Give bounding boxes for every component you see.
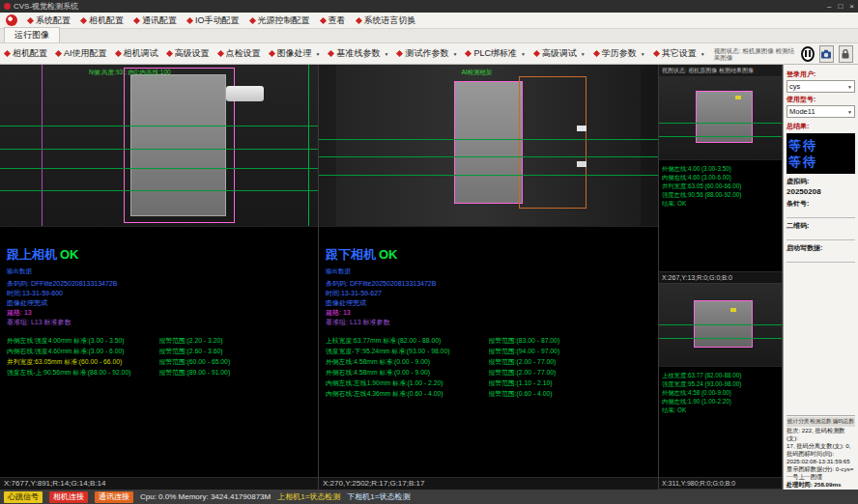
thumbnail-text-upper: 外侧左线:4.00 (3.00-3.50) 内侧右线:4.60 (3.00-6.… bbox=[659, 160, 782, 271]
toolbar-camera-debug[interactable]: 相机调试 bbox=[116, 47, 158, 60]
toolbar-plc-standard[interactable]: PLC绑标准▼ bbox=[466, 47, 525, 60]
measurement-value: 强度宽度-下:95.24mm 标准:(93.00 - 98.00) bbox=[326, 346, 489, 356]
status-bar: 心跳信号 相机连接 通讯连接 Cpu: 0.0% Memory: 3424.41… bbox=[0, 490, 858, 504]
tab-run-image[interactable]: 运行图像 bbox=[4, 27, 60, 42]
menu-label: 通讯配置 bbox=[142, 14, 177, 27]
comm-connection-badge: 通讯连接 bbox=[95, 491, 133, 503]
diamond-icon bbox=[133, 16, 140, 23]
chevron-down-icon: ▼ bbox=[847, 84, 852, 90]
measurement-row: 上枝宽度:63.77mm 标准:(82.00 - 88.00)报警范围:(83.… bbox=[326, 335, 651, 346]
menu-item-camera-config[interactable]: 相机配置 bbox=[81, 14, 124, 27]
thumb-line: 内侧右线:4.60 (3.00-6.00) bbox=[662, 173, 779, 182]
green-guideline bbox=[319, 139, 658, 140]
login-user-select[interactable]: cys▼ bbox=[786, 80, 855, 93]
toolbar-advanced-settings[interactable]: 高级设置 bbox=[167, 47, 210, 60]
menu-label: IO手动配置 bbox=[195, 14, 240, 27]
stats-section: 统计分类 检测总数 编码总数 批次: 222, 批码检测数(支): 17, 批码… bbox=[786, 415, 855, 489]
menu-item-io-manual-config[interactable]: IO手动配置 bbox=[187, 14, 240, 27]
diamond-icon bbox=[653, 50, 660, 57]
chevron-down-icon: ▼ bbox=[452, 51, 457, 57]
diamond-icon bbox=[114, 50, 121, 57]
thumbnail-image-lower[interactable] bbox=[659, 284, 782, 367]
pause-icon bbox=[809, 50, 811, 57]
camera-image-upper[interactable]: N侧:高度:93 ; 内0:内高线:100 bbox=[0, 65, 318, 227]
green-guideline-vertical bbox=[308, 65, 309, 226]
titlebar: CVS-视觉检测系统 – □ × bbox=[0, 0, 858, 13]
close-button[interactable]: × bbox=[849, 1, 854, 12]
measurement-value: 上枝宽度:63.77mm 标准:(82.00 - 88.00) bbox=[326, 335, 489, 346]
toolbar-ai-config[interactable]: AI使用配置 bbox=[56, 47, 107, 60]
measurement-value: 外侧左线:强度4.00mm 标准:(3.00 - 3.50) bbox=[7, 335, 159, 346]
model-select[interactable]: Mode11▼ bbox=[786, 105, 855, 118]
pause-button[interactable] bbox=[801, 46, 815, 62]
chevron-down-icon: ▼ bbox=[847, 109, 852, 115]
virtual-code-label: 虚拟码: bbox=[786, 177, 855, 186]
camera-snapshot-button[interactable] bbox=[819, 45, 834, 63]
stats-header-col: 检测总数 bbox=[810, 418, 831, 426]
alarm-range: 报警范围:(2.00 - 77.00) bbox=[489, 367, 557, 378]
total-result-display: 等待 等待 bbox=[786, 133, 855, 174]
needle-number-field[interactable] bbox=[786, 210, 855, 218]
measurement-row: 并列宽度:63.05mm 标准:(60.00 - 66.00)报警范围:(60.… bbox=[7, 356, 311, 367]
toolbar-label: 相机配置 bbox=[13, 47, 47, 60]
output-data-label: 输出数据 bbox=[7, 267, 311, 276]
toolbar-history-params[interactable]: 学历参数▼ bbox=[594, 47, 645, 60]
camera-view-upper[interactable]: N侧:高度:93 ; 内0:内高线:100 跟上相机OK 输出数据 条码码: D… bbox=[0, 65, 319, 490]
thumbnail-image-upper[interactable] bbox=[659, 77, 782, 160]
measurement-row: 内侧右线:强度4.60mm 标准:(3.00 - 6.00)报警范围:(2.60… bbox=[7, 346, 311, 356]
diamond-icon bbox=[593, 50, 600, 57]
toolbar-image-processing[interactable]: 图像处理▼ bbox=[270, 47, 321, 60]
toolbar-other-settings[interactable]: 其它设置▼ bbox=[654, 47, 705, 60]
toolbar-test-params[interactable]: 测试作参数▼ bbox=[397, 47, 457, 60]
alarm-range: 报警范围:(89.00 - 91.00) bbox=[159, 367, 231, 378]
menu-label: 系统配置 bbox=[36, 14, 71, 27]
pause-icon bbox=[805, 50, 807, 57]
alarm-range: 报警范围:(94.00 - 97.00) bbox=[489, 346, 560, 356]
diamond-icon bbox=[216, 50, 223, 57]
toolbar-spot-check[interactable]: 点检设置 bbox=[218, 47, 261, 60]
info-panel: 登录用户: cys▼ 使用型号: Mode11▼ 总结果: 等待 等待 虚拟码:… bbox=[783, 65, 858, 490]
diamond-icon bbox=[533, 50, 540, 57]
menu-item-light-control-config[interactable]: 光源控制配置 bbox=[250, 14, 310, 27]
toolbar-label: 其它设置 bbox=[662, 47, 697, 60]
stats-line: 处理时间: 258.09ms bbox=[786, 481, 855, 489]
lower-camera-status: 下相机1=状态检测 bbox=[347, 491, 410, 502]
menu-item-system-config[interactable]: 系统配置 bbox=[28, 14, 71, 27]
thumbnail-upper[interactable]: 外侧左线:4.00 (3.00-3.50) 内侧右线:4.60 (3.00-6.… bbox=[659, 77, 782, 284]
qr-code-field[interactable] bbox=[786, 232, 855, 240]
alarm-range: 报警范围:(2.60 - 3.60) bbox=[159, 346, 223, 356]
alarm-range: 报警范围:(2.00 - 77.00) bbox=[489, 356, 557, 367]
green-guideline bbox=[659, 123, 782, 124]
green-guideline bbox=[659, 324, 782, 325]
thumbnail-header: 视图状态: 相机原图像 检测结果图像 bbox=[659, 65, 782, 77]
measurement-row: 外侧左线:4.58mm 标准:(0.00 - 9.00)报警范围:(2.00 -… bbox=[326, 356, 651, 367]
measurement-row: 强度宽度-下:95.24mm 标准:(93.00 - 98.00)报警范围:(9… bbox=[326, 346, 651, 356]
thumb-line: 结果: OK bbox=[662, 199, 779, 208]
measurement-value: 内侧右线:左线4.36mm 标准:(0.60 - 4.00) bbox=[326, 388, 489, 399]
thumb-line: 强度宽度:95.24 (93.00-98.00) bbox=[662, 379, 779, 388]
lock-settings-button[interactable] bbox=[839, 45, 853, 63]
camera-view-lower[interactable]: AI检测框架 跟下相机OK 输出数据 条码码: DFFlite202502081… bbox=[319, 65, 659, 490]
barcode-line: 条码码: DFFlite2025020813313472B bbox=[7, 279, 311, 289]
upper-camera-status: 上相机1=状态检测 bbox=[277, 491, 340, 502]
toolbar-camera-config[interactable]: 相机配置 bbox=[5, 47, 47, 60]
write-data-field[interactable] bbox=[786, 254, 855, 263]
toolbar-advanced-debug[interactable]: 高级调试▼ bbox=[534, 47, 586, 60]
menu-label: 相机配置 bbox=[89, 14, 124, 27]
minimize-button[interactable]: – bbox=[827, 1, 831, 12]
window-title: CVS-视觉检测系统 bbox=[14, 1, 78, 12]
green-guideline bbox=[0, 168, 318, 169]
time-line: 时间:13-31-59-627 bbox=[326, 289, 651, 298]
spec-line: 规格: 13 bbox=[7, 308, 311, 318]
diamond-icon bbox=[165, 50, 172, 57]
maximize-button[interactable]: □ bbox=[838, 1, 843, 12]
menu-item-comm-config[interactable]: 通讯配置 bbox=[134, 14, 177, 27]
menu-item-language-switch[interactable]: 系统语言切换 bbox=[357, 14, 416, 27]
stats-line: 批码图标时间(间): bbox=[786, 450, 855, 458]
camera-image-lower[interactable]: AI检测框架 bbox=[319, 65, 658, 227]
thumbnail-lower[interactable]: 上枝宽度:63.77 (82.00-88.00) 强度宽度:95.24 (93.… bbox=[659, 284, 782, 490]
roi-rectangle-orange bbox=[519, 76, 586, 209]
toolbar-baseline-params[interactable]: 基准线参数▼ bbox=[329, 47, 388, 60]
menu-item-view[interactable]: 查看 bbox=[321, 14, 346, 27]
diamond-icon bbox=[248, 16, 255, 23]
